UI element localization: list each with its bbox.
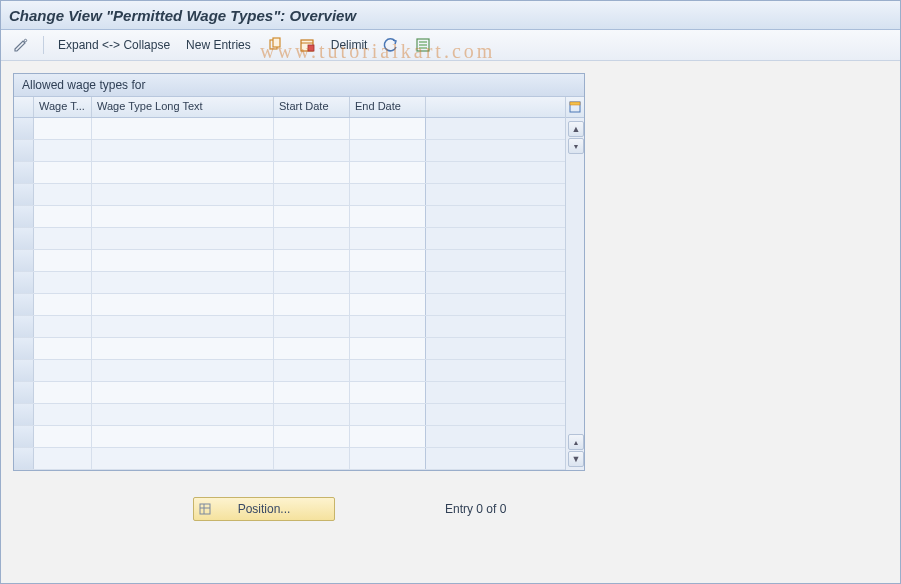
table-row[interactable] — [14, 316, 565, 338]
cell[interactable] — [274, 206, 350, 227]
cell[interactable] — [34, 140, 92, 161]
column-header-wage-type-long[interactable]: Wage Type Long Text — [92, 97, 274, 117]
cell[interactable] — [92, 272, 274, 293]
table-row[interactable] — [14, 162, 565, 184]
scroll-track[interactable]: ▲ ▼ ▲ ▼ — [566, 118, 584, 470]
table-row[interactable] — [14, 294, 565, 316]
select-all-button[interactable] — [409, 35, 437, 55]
cell[interactable] — [92, 360, 274, 381]
scroll-up-button[interactable]: ▲ — [568, 121, 584, 137]
cell[interactable] — [350, 338, 426, 359]
row-selector[interactable] — [14, 228, 34, 249]
cell[interactable] — [274, 118, 350, 139]
cell[interactable] — [92, 140, 274, 161]
cell[interactable] — [350, 272, 426, 293]
table-row[interactable] — [14, 360, 565, 382]
cell[interactable] — [274, 184, 350, 205]
cell[interactable] — [274, 338, 350, 359]
cell[interactable] — [34, 184, 92, 205]
cell[interactable] — [274, 426, 350, 447]
cell[interactable] — [92, 316, 274, 337]
table-row[interactable] — [14, 338, 565, 360]
table-row[interactable] — [14, 272, 565, 294]
cell[interactable] — [274, 228, 350, 249]
table-row[interactable] — [14, 228, 565, 250]
cell[interactable] — [92, 162, 274, 183]
table-row[interactable] — [14, 426, 565, 448]
cell[interactable] — [34, 250, 92, 271]
cell[interactable] — [350, 140, 426, 161]
cell[interactable] — [92, 206, 274, 227]
cell[interactable] — [34, 228, 92, 249]
row-selector[interactable] — [14, 118, 34, 139]
row-selector[interactable] — [14, 426, 34, 447]
cell[interactable] — [274, 360, 350, 381]
cell[interactable] — [34, 272, 92, 293]
cell[interactable] — [34, 206, 92, 227]
cell[interactable] — [34, 360, 92, 381]
cell[interactable] — [92, 426, 274, 447]
cell[interactable] — [350, 184, 426, 205]
cell[interactable] — [34, 404, 92, 425]
cell[interactable] — [34, 294, 92, 315]
row-selector[interactable] — [14, 162, 34, 183]
cell[interactable] — [34, 118, 92, 139]
cell[interactable] — [92, 118, 274, 139]
cell[interactable] — [34, 162, 92, 183]
table-row[interactable] — [14, 250, 565, 272]
row-selector[interactable] — [14, 272, 34, 293]
cell[interactable] — [350, 404, 426, 425]
row-selector[interactable] — [14, 382, 34, 403]
table-row[interactable] — [14, 140, 565, 162]
new-entries-button[interactable]: New Entries — [180, 36, 257, 54]
table-settings-button[interactable] — [566, 97, 584, 118]
delimit-button[interactable]: Delimit — [325, 36, 374, 54]
cell[interactable] — [274, 140, 350, 161]
row-selector[interactable] — [14, 184, 34, 205]
column-header-start-date[interactable]: Start Date — [274, 97, 350, 117]
cell[interactable] — [274, 162, 350, 183]
table-row[interactable] — [14, 184, 565, 206]
row-selector[interactable] — [14, 250, 34, 271]
row-selector[interactable] — [14, 404, 34, 425]
cell[interactable] — [92, 250, 274, 271]
cell[interactable] — [92, 294, 274, 315]
row-selector[interactable] — [14, 294, 34, 315]
table-row[interactable] — [14, 448, 565, 470]
row-selector[interactable] — [14, 360, 34, 381]
cell[interactable] — [350, 426, 426, 447]
cell[interactable] — [350, 382, 426, 403]
cell[interactable] — [34, 448, 92, 469]
column-header-selector[interactable] — [14, 97, 34, 117]
cell[interactable] — [92, 448, 274, 469]
cell[interactable] — [274, 382, 350, 403]
copy-button[interactable] — [261, 35, 289, 55]
cell[interactable] — [274, 404, 350, 425]
scroll-up-step-button[interactable]: ▼ — [568, 138, 584, 154]
expand-collapse-button[interactable]: Expand <-> Collapse — [52, 36, 176, 54]
cell[interactable] — [274, 316, 350, 337]
cell[interactable] — [92, 184, 274, 205]
toggle-change-button[interactable] — [7, 35, 35, 55]
scroll-down-step-button[interactable]: ▲ — [568, 434, 584, 450]
position-button[interactable]: Position... — [193, 497, 335, 521]
row-selector[interactable] — [14, 206, 34, 227]
cell[interactable] — [350, 250, 426, 271]
cell[interactable] — [274, 448, 350, 469]
cell[interactable] — [92, 382, 274, 403]
cell[interactable] — [350, 316, 426, 337]
scroll-down-button[interactable]: ▼ — [568, 451, 584, 467]
row-selector[interactable] — [14, 316, 34, 337]
cell[interactable] — [34, 426, 92, 447]
cell[interactable] — [350, 118, 426, 139]
row-selector[interactable] — [14, 448, 34, 469]
cell[interactable] — [350, 294, 426, 315]
cell[interactable] — [34, 382, 92, 403]
table-row[interactable] — [14, 118, 565, 140]
cell[interactable] — [92, 404, 274, 425]
delete-button[interactable] — [293, 35, 321, 55]
cell[interactable] — [34, 316, 92, 337]
vertical-scrollbar[interactable]: ▲ ▼ ▲ ▼ — [566, 97, 584, 470]
cell[interactable] — [34, 338, 92, 359]
cell[interactable] — [350, 360, 426, 381]
